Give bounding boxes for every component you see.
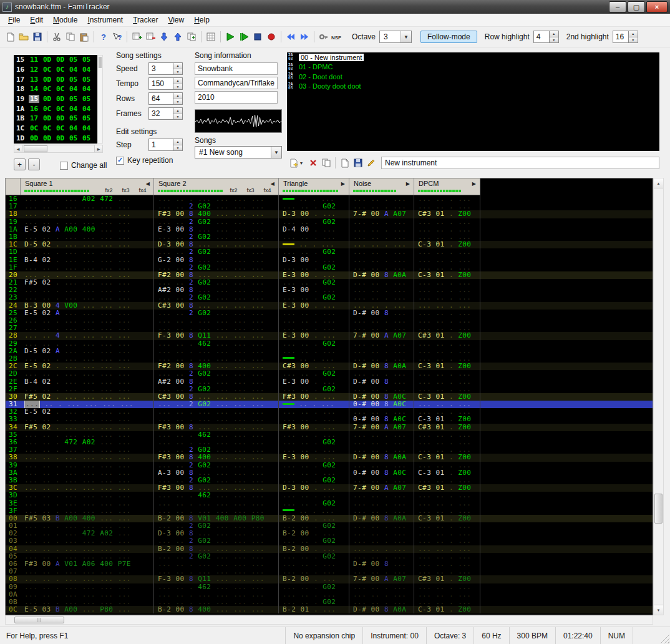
pattern-cell[interactable]: 0-# 00 8 A0C (349, 416, 414, 423)
inst-file-icon[interactable] (338, 157, 351, 169)
pattern-cell[interactable]: ... .. . ... (414, 386, 480, 393)
pattern-cell[interactable]: ... .. . ... (349, 439, 414, 446)
pattern-cell[interactable]: ... .. . ... ... ... ... (21, 355, 154, 363)
pattern-cell[interactable]: ... .. . ... (414, 195, 480, 203)
pattern-row[interactable]: 0B... .. . ... ... ... ...... .. . ... .… (6, 598, 653, 606)
pattern-cell[interactable]: C#3 01 . Z00 (414, 210, 480, 218)
pattern-row[interactable]: 2AD-5 02 A ... ... ... ...... .. . ... .… (6, 348, 653, 355)
pattern-cell[interactable]: ... .. . ... (349, 408, 414, 416)
pattern-cell[interactable]: F#3 00 8 400 ... ... ... (154, 454, 279, 461)
menu-item-file[interactable]: File (3, 14, 25, 26)
pattern-cell[interactable]: ... .. . ... (414, 310, 480, 317)
pattern-cell[interactable]: D-# 00 8 A0C (349, 393, 414, 401)
pattern-cell[interactable]: ... .. . ... ... ... ... (21, 462, 154, 469)
frame-row[interactable]: 18140C0C0404 (14, 84, 97, 94)
pattern-cell[interactable]: ... .. . ... ... ... ... (154, 591, 279, 598)
instrument-list[interactable]: 2A0300 - New instrument2A0301 - DPMC2A03… (287, 52, 659, 151)
pattern-cell[interactable]: ... .. . ... (349, 218, 414, 226)
pattern-cell[interactable]: ... .. . ... (349, 500, 414, 507)
row-highlight-spinner[interactable]: 4 ▲▼ (533, 31, 559, 43)
pattern-cell[interactable]: ... .. . ... (349, 286, 414, 294)
pattern-cell[interactable]: B-2 00 . ... (279, 515, 349, 522)
key-repetition-checkbox[interactable] (116, 157, 124, 165)
pattern-cell[interactable]: F#3 00 . ... (279, 393, 349, 401)
pattern-cell[interactable]: ... .. . ... (414, 302, 480, 310)
pattern-cell[interactable]: ... .. . ... ... ... ... (21, 416, 154, 423)
frame-pattern-value[interactable]: 0C (43, 66, 56, 74)
pattern-cell[interactable]: ... .. . ... (414, 370, 480, 378)
pattern-cell[interactable]: ... .. . ... (414, 248, 480, 256)
frame-list-vscrollbar[interactable] (97, 55, 103, 144)
chevron-down-icon[interactable]: ▾ (300, 160, 306, 166)
pattern-cell[interactable]: C#3 01 . Z00 (414, 424, 480, 431)
frame-pattern-value[interactable]: 0D (43, 95, 56, 103)
pattern-cell[interactable]: ... .. . ... (349, 203, 414, 210)
pattern-cell[interactable]: ... .. . ... (414, 256, 480, 264)
pattern-row[interactable]: 23... .. . ... ... ... ...... .. 2 G02 .… (6, 294, 653, 301)
pattern-row[interactable]: 1EB-4 02 . ... ... ... ...G-2 00 8 ... .… (6, 256, 653, 264)
pattern-cell[interactable]: ... .. . ... (279, 560, 349, 568)
pattern-cell[interactable]: ... .. . ... (349, 568, 414, 575)
instrument-label[interactable]: 03 - Dooty doot doot (299, 82, 361, 90)
pattern-cell[interactable]: ... .. . ... (349, 522, 414, 530)
pattern-cell[interactable]: ... .. . G02 (279, 500, 349, 507)
chevron-down-icon[interactable]: ▼ (271, 147, 281, 158)
pattern-row[interactable]: 19... .. . ... ... ... ...... .. 2 G02 .… (6, 218, 653, 226)
pattern-row[interactable]: 20... .. . ... ... ... ...F#2 00 8 ... .… (6, 271, 653, 279)
pattern-cell[interactable]: ... .. . ... ... ... ... (21, 203, 154, 210)
pattern-cell[interactable]: C-3 01 . Z00 (414, 241, 480, 248)
pattern-cell[interactable]: D-4 00 . ... (279, 226, 349, 233)
frame-list[interactable]: 15110D0D050516120C0C040417130D0D05051814… (14, 55, 97, 144)
frame-row[interactable]: 16120C0C0404 (14, 65, 97, 75)
pattern-cell[interactable]: E-5 02 A A00 400 ... ... (21, 226, 154, 233)
spin-up-icon[interactable]: ▲ (629, 31, 638, 37)
pattern-cell[interactable]: ... .. 2 G02 ... ... ... (154, 264, 279, 271)
pattern-cell[interactable]: D-# 00 8 A0A (349, 515, 414, 522)
frame-row[interactable]: 1B170D0D0505 (14, 114, 97, 124)
pattern-cell[interactable]: ... .. 2 G02 ... ... ... (154, 370, 279, 378)
pattern-cell[interactable]: ... .. . ... (349, 530, 414, 537)
pattern-cell[interactable]: ... .. . ... (349, 477, 414, 484)
frame-pattern-value[interactable]: 0D (43, 114, 56, 122)
pattern-cell[interactable]: E-3 00 . ... (279, 454, 349, 461)
pattern-cell[interactable]: B-2 00 8 400 ... ... ... (154, 606, 279, 613)
pattern-cell[interactable]: D-3 00 8 ... ... ... ... (154, 241, 279, 248)
pattern-cell[interactable]: ... .. . ... (414, 431, 480, 439)
pattern-cell[interactable]: ... .. . ... ... ... ... (21, 484, 154, 492)
chevron-down-icon[interactable]: ▼ (401, 31, 411, 42)
pattern-cell[interactable]: ... .. . ... ... ... ... (21, 210, 154, 218)
pattern-cell[interactable]: C#3 00 . ... (279, 363, 349, 370)
frame-pattern-value[interactable]: 05 (69, 134, 82, 142)
expand-fx-icon[interactable]: ▶ (406, 181, 410, 187)
pattern-row[interactable]: 2EB-4 02 . ... ... ... ...A#2 00 8 ... .… (6, 378, 653, 386)
channel-header-dpcm[interactable]: DPCM▶ (414, 178, 480, 195)
pattern-cell[interactable]: B-4 02 . ... ... ... ... (21, 378, 154, 386)
frame-pattern-value[interactable]: 05 (69, 95, 82, 103)
pattern-cell[interactable]: ... .. 4 ... ... ... ... (21, 332, 154, 339)
pattern-cell[interactable]: ... .. . ... ... ... ... (21, 598, 154, 606)
rows-spinner[interactable]: 64▲▼ (148, 92, 183, 105)
spin-down-icon[interactable]: ▼ (173, 114, 182, 120)
pattern-row[interactable]: 2D... .. . ... ... ... ...... .. 2 G02 .… (6, 370, 653, 378)
frame-pattern-value[interactable]: 0D (56, 95, 69, 103)
pattern-cell[interactable]: C-3 01 . Z00 (414, 393, 480, 401)
pattern-row[interactable]: 28... .. 4 ... ... ... ...F-3 00 8 Q11 .… (6, 332, 653, 339)
pattern-cell[interactable]: B-2 00 . ... (279, 545, 349, 553)
pattern-cell[interactable]: ... .. . ... ... ... ... (21, 507, 154, 515)
frame-pattern-value[interactable]: 04 (69, 105, 82, 113)
pattern-cell[interactable]: ... .. . ... ... ... ... (21, 469, 154, 477)
pattern-cell[interactable]: ... .. . ... (414, 583, 480, 591)
pattern-cell[interactable]: ... .. . ... ... ... ... (21, 583, 154, 591)
instrument-item[interactable]: 2A0300 - New instrument (287, 52, 659, 62)
pattern-cell[interactable]: ... .. . ... (414, 264, 480, 271)
pattern-cell[interactable]: ... .. . ... 472 A02 ... (21, 530, 154, 537)
pattern-cell[interactable]: ... .. . G02 (279, 537, 349, 545)
pattern-row[interactable]: 08... .. . ... ... ... ...F-3 00 8 Q11 .… (6, 575, 653, 583)
pattern-cell[interactable]: ... .. . ... (349, 431, 414, 439)
pattern-cell[interactable]: ... .. . ... (349, 226, 414, 233)
pattern-cell[interactable]: E-3 00 . ... (279, 286, 349, 294)
octave-select[interactable]: 3 ▼ (379, 31, 412, 43)
pattern-cell[interactable]: ... .. . ... (349, 507, 414, 515)
pattern-row[interactable]: 2CE-5 02 . ... ... ... ...F#2 00 8 400 .… (6, 363, 653, 370)
pattern-cell[interactable]: ... .. . ... (414, 340, 480, 348)
